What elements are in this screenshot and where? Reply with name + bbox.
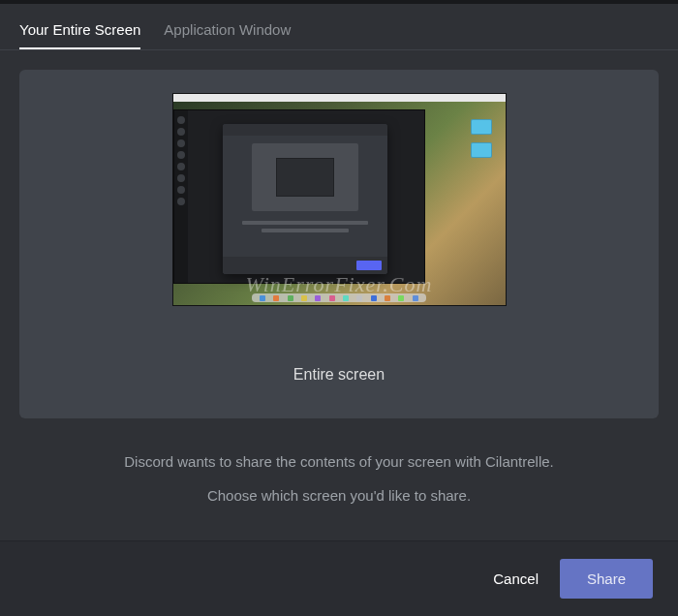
screen-preview-thumbnail: WinErrorFixer.Com bbox=[172, 93, 507, 306]
share-info-text: Discord wants to share the contents of y… bbox=[19, 446, 659, 512]
screen-option-label: Entire screen bbox=[293, 366, 385, 384]
cancel-button[interactable]: Cancel bbox=[493, 570, 539, 587]
info-line-1: Discord wants to share the contents of y… bbox=[19, 446, 659, 479]
info-line-2: Choose which screen you'd like to share. bbox=[19, 479, 659, 513]
tab-application-window[interactable]: Application Window bbox=[164, 12, 291, 49]
content-area: WinErrorFixer.Com Entire screen Discord … bbox=[0, 50, 678, 532]
share-source-tabs: Your Entire Screen Application Window bbox=[0, 12, 678, 50]
watermark-text: WinErrorFixer.Com bbox=[173, 272, 506, 297]
tab-entire-screen[interactable]: Your Entire Screen bbox=[19, 12, 140, 49]
folder-icon bbox=[471, 142, 492, 158]
screen-option-card[interactable]: WinErrorFixer.Com Entire screen bbox=[19, 70, 659, 418]
share-button[interactable]: Share bbox=[560, 559, 653, 599]
dialog-footer: Cancel Share bbox=[0, 540, 678, 616]
folder-icon bbox=[471, 119, 492, 135]
window-top-border bbox=[0, 0, 678, 4]
